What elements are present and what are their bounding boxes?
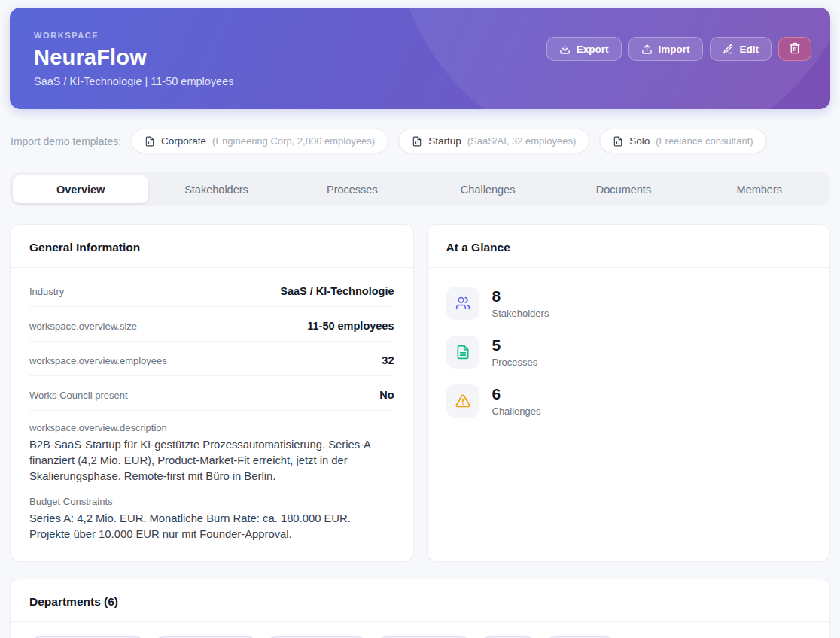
file-text-icon <box>446 336 479 369</box>
info-label: Works Council present <box>29 390 128 401</box>
edit-button[interactable]: Edit <box>710 37 772 61</box>
budget-block: Budget Constraints Series A: 4,2 Mio. EU… <box>29 485 394 542</box>
general-information-card: General Information Industry SaaS / KI-T… <box>10 224 414 561</box>
file-template-icon <box>613 136 623 147</box>
info-row-industry: Industry SaaS / KI-Technologie <box>29 272 394 307</box>
departments-card: Departments (6) Engineering / Product Cu… <box>10 579 830 638</box>
demo-templates-label: Import demo templates: <box>11 135 121 147</box>
stat-stakeholders: 8 Stakeholders <box>446 287 811 320</box>
info-value: 11-50 employees <box>307 320 394 332</box>
budget-label: Budget Constraints <box>29 496 394 507</box>
description-text: B2B-SaaS-Startup für KI-gestützte Prozes… <box>29 437 394 485</box>
template-name: Solo <box>629 135 650 147</box>
delete-workspace-button[interactable] <box>778 37 811 61</box>
stat-value: 6 <box>492 385 541 403</box>
at-a-glance-card: At a Glance 8 Stakeholders <box>427 224 831 561</box>
departments-title: Departments (6) <box>29 595 811 609</box>
template-name: Startup <box>428 135 461 147</box>
template-detail: (Engineering Corp, 2,800 employees) <box>212 135 375 147</box>
trash-icon <box>789 42 801 56</box>
general-information-title: General Information <box>29 241 394 254</box>
stat-text: 5 Processes <box>492 336 538 368</box>
tab-processes[interactable]: Processes <box>285 175 420 203</box>
template-solo-button[interactable]: Solo (Freelance consultant) <box>599 129 766 153</box>
card-header: Departments (6) <box>11 579 829 622</box>
description-label: workspace.overview.description <box>29 422 394 433</box>
info-value: SaaS / KI-Technologie <box>280 285 394 297</box>
template-name: Corporate <box>161 135 206 147</box>
banner-actions: Export Import Edit <box>546 37 811 61</box>
stat-text: 6 Challenges <box>492 385 541 417</box>
info-row-works-council: Works Council present No <box>29 376 394 411</box>
stat-label: Stakeholders <box>492 308 549 319</box>
workspace-tabs: Overview Stakeholders Processes Challeng… <box>10 172 830 206</box>
info-label: workspace.overview.size <box>29 321 137 332</box>
overview-content: General Information Industry SaaS / KI-T… <box>10 224 830 561</box>
edit-button-label: Edit <box>740 44 759 55</box>
info-row-employees: workspace.overview.employees 32 <box>29 342 394 376</box>
file-template-icon <box>412 136 422 147</box>
template-corporate-button[interactable]: Corporate (Engineering Corp, 2,800 emplo… <box>131 129 388 153</box>
info-value: No <box>379 389 394 401</box>
at-a-glance-title: At a Glance <box>446 241 811 254</box>
export-button[interactable]: Export <box>546 37 622 61</box>
general-information-body: Industry SaaS / KI-Technologie workspace… <box>11 268 413 561</box>
tab-members[interactable]: Members <box>692 175 827 203</box>
upload-icon <box>641 44 653 55</box>
tab-challenges[interactable]: Challenges <box>420 175 555 203</box>
stat-value: 5 <box>492 336 538 354</box>
tab-overview[interactable]: Overview <box>13 175 148 203</box>
workspace-banner: WORKSPACE NeuraFlow SaaS / KI-Technologi… <box>10 8 830 109</box>
stat-text: 8 Stakeholders <box>492 287 549 319</box>
import-button-label: Import <box>659 44 690 55</box>
template-startup-button[interactable]: Startup (SaaS/AI, 32 employees) <box>398 129 589 153</box>
stat-challenges: 6 Challenges <box>446 384 811 418</box>
pencil-icon <box>723 44 734 55</box>
users-icon <box>446 287 479 320</box>
budget-text: Series A: 4,2 Mio. EUR. Monatliche Burn … <box>29 511 394 542</box>
card-header: General Information <box>11 225 413 268</box>
description-block: workspace.overview.description B2B-SaaS-… <box>29 411 394 485</box>
card-header: At a Glance <box>428 225 830 268</box>
info-label: workspace.overview.employees <box>29 355 167 366</box>
stat-label: Challenges <box>492 406 541 417</box>
demo-templates-row: Import demo templates: Corporate (Engine… <box>10 129 830 153</box>
info-value: 32 <box>382 354 394 366</box>
download-icon <box>559 44 571 55</box>
stat-processes: 5 Processes <box>446 336 811 369</box>
warning-triangle-icon <box>446 384 479 418</box>
at-a-glance-body: 8 Stakeholders 5 Processes <box>428 268 830 436</box>
departments-list: Engineering / Product Customer Success S… <box>11 622 829 638</box>
stat-label: Processes <box>492 357 538 368</box>
template-detail: (SaaS/AI, 32 employees) <box>467 135 577 147</box>
workspace-subtitle: SaaS / KI-Technologie | 11-50 employees <box>34 75 806 87</box>
stat-value: 8 <box>492 287 549 305</box>
export-button-label: Export <box>577 44 609 55</box>
file-template-icon <box>145 136 155 147</box>
tab-stakeholders[interactable]: Stakeholders <box>148 175 284 203</box>
import-button[interactable]: Import <box>628 37 703 61</box>
info-row-size: workspace.overview.size 11-50 employees <box>29 307 394 342</box>
template-detail: (Freelance consultant) <box>656 135 753 147</box>
workspace-page: WORKSPACE NeuraFlow SaaS / KI-Technologi… <box>0 0 840 638</box>
tab-documents[interactable]: Documents <box>555 175 691 203</box>
info-label: Industry <box>29 286 64 297</box>
